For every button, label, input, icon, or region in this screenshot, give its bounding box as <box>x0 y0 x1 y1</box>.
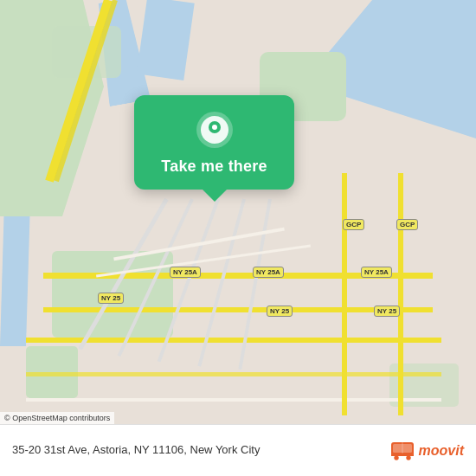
shield-ny25-right: NY 25 <box>374 306 400 317</box>
svg-point-3 <box>212 125 217 130</box>
shield-gcp-1: GCP <box>343 219 364 230</box>
moovit-logo: moovit <box>390 441 464 460</box>
shield-ny25a-left: NY 25A <box>170 267 201 278</box>
map-attribution: © OpenStreetMap contributors <box>0 412 114 424</box>
moovit-brand-text: moovit <box>419 443 464 459</box>
svg-rect-8 <box>391 453 414 456</box>
address-text: 35-20 31st Ave, Astoria, NY 11106, New Y… <box>12 443 382 458</box>
shield-ny25-center: NY 25 <box>267 306 293 317</box>
location-tooltip[interactable]: Take me there <box>134 95 294 190</box>
svg-point-6 <box>394 455 398 460</box>
shield-ny25a-center: NY 25A <box>253 267 284 278</box>
road-vert-gcp-1 <box>342 173 347 415</box>
moovit-bus-icon <box>390 441 415 460</box>
shield-gcp-2: GCP <box>396 219 418 230</box>
svg-point-7 <box>406 455 410 460</box>
location-pin-icon <box>196 111 234 149</box>
shield-ny25-left: NY 25 <box>98 293 124 304</box>
bottom-bar: 35-20 31st Ave, Astoria, NY 11106, New Y… <box>0 424 476 476</box>
road-horiz-4 <box>26 372 441 376</box>
road-vert-gcp-2 <box>398 173 403 415</box>
shield-ny25a-right: NY 25A <box>361 267 392 278</box>
tooltip-label: Take me there <box>161 158 267 176</box>
map-container: NY 25 NY 25A NY 25A NY 25 GCP GCP NY 25A… <box>0 0 476 424</box>
road-horiz-5 <box>26 398 441 402</box>
